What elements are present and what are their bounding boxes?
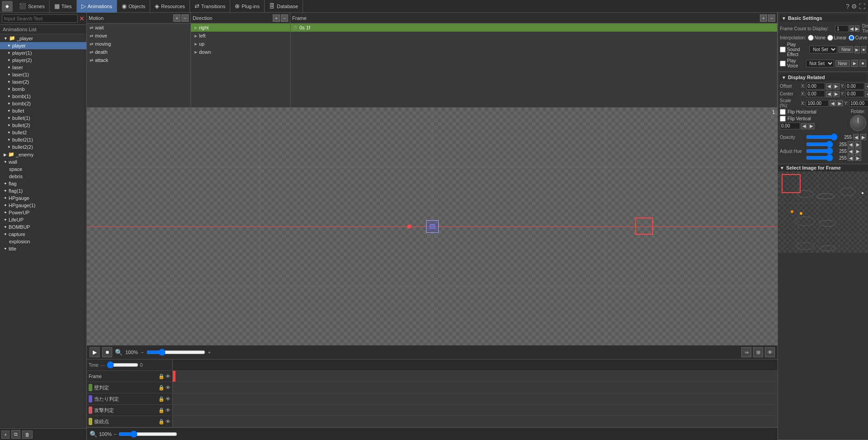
tree-item-bullet2-2[interactable]: ✦ bullet2(2): [0, 143, 86, 151]
direction-remove-button[interactable]: −: [281, 14, 288, 22]
timeline-time-track[interactable]: [173, 360, 778, 370]
offset-y-dec[interactable]: ◀: [865, 83, 868, 90]
play-voice-stop-button[interactable]: ■: [859, 60, 866, 67]
tree-item-flag[interactable]: ✦ flag: [0, 180, 86, 187]
center-y-input[interactable]: [845, 90, 864, 97]
hue-g-dec[interactable]: ◀: [848, 148, 854, 154]
bottom-zoom-slider[interactable]: [119, 431, 177, 438]
direction-item-left[interactable]: ➤ left: [191, 32, 290, 40]
direction-add-button[interactable]: +: [273, 14, 280, 22]
tree-item-player1[interactable]: ✦ player(1): [0, 49, 86, 57]
play-sound-dropdown[interactable]: Not Set: [809, 46, 837, 53]
hue-g-slider[interactable]: [806, 149, 833, 153]
tree-item-bullet1[interactable]: ✦ bullet(1): [0, 114, 86, 122]
tab-resources[interactable]: ◈ Resources: [150, 0, 190, 13]
attack-eye-icon[interactable]: 👁: [166, 407, 171, 413]
tree-item-player-folder[interactable]: ▼ 📁 _player: [0, 34, 86, 42]
tree-item-flag1[interactable]: ✦ flag(1): [0, 187, 86, 194]
tab-tiles[interactable]: ▦ Tiles: [50, 0, 77, 13]
time-slider[interactable]: [107, 361, 138, 369]
tree-item-enemy-folder[interactable]: ▶ 📁 _enemy: [0, 151, 86, 158]
flip-horizontal-checkbox[interactable]: [780, 109, 786, 115]
hue-b-slider[interactable]: [806, 156, 833, 160]
play-voice-dropdown[interactable]: Not Set: [806, 60, 834, 67]
frame-count-decrement[interactable]: ◀: [849, 25, 854, 32]
timeline-attack-track[interactable]: [173, 405, 778, 416]
connect-eye-icon[interactable]: 👁: [166, 419, 171, 425]
timeline-end-button[interactable]: ⇒: [741, 347, 751, 357]
tab-scenes[interactable]: ⬛ Scenes: [14, 0, 50, 13]
tree-item-explosion[interactable]: explosion: [0, 238, 86, 245]
tree-item-bomb1[interactable]: ✦ bomb(1): [0, 93, 86, 100]
frame-count-input[interactable]: [835, 25, 849, 32]
offset-x-input[interactable]: [806, 83, 825, 90]
tab-animations[interactable]: ▷ Animations: [77, 0, 117, 13]
motion-item-moving[interactable]: ⇄ moving: [87, 40, 190, 48]
direction-item-down[interactable]: ➤ down: [191, 48, 290, 56]
hue-r-dec[interactable]: ◀: [848, 141, 854, 147]
hue-b-inc[interactable]: ▶: [855, 155, 861, 161]
motion-item-wait[interactable]: ⇄ wait: [87, 24, 190, 32]
offset-x-inc[interactable]: ▶: [833, 83, 840, 90]
rotate-knob[interactable]: [850, 115, 866, 131]
tree-item-capture[interactable]: ✦ capture: [0, 231, 86, 238]
connect-lock-icon[interactable]: 🔒: [158, 419, 165, 425]
center-x-dec[interactable]: ◀: [826, 91, 832, 97]
hue-b-dec[interactable]: ◀: [848, 155, 854, 161]
duplicate-animation-button[interactable]: ⧉: [11, 430, 20, 439]
center-x-input[interactable]: [806, 90, 825, 97]
search-input[interactable]: [2, 14, 78, 23]
help-icon[interactable]: ?: [846, 3, 849, 10]
add-animation-button[interactable]: +: [1, 431, 9, 439]
flip-vertical-checkbox[interactable]: [780, 116, 786, 122]
play-sound-checkbox[interactable]: [780, 47, 786, 52]
timeline-connect-track[interactable]: [173, 416, 778, 427]
opacity-dec[interactable]: ◀: [853, 134, 859, 140]
direction-item-up[interactable]: ➤ up: [191, 40, 290, 48]
basic-settings-header[interactable]: ▼ Basic Settings: [780, 14, 866, 22]
frame-image-area[interactable]: [778, 171, 868, 253]
interp-curve[interactable]: Curve: [849, 35, 868, 41]
new-voice-button[interactable]: New: [835, 60, 850, 67]
offset-x-dec[interactable]: ◀: [826, 83, 832, 90]
play-voice-play-button[interactable]: ▶: [851, 60, 858, 67]
zoom-slider[interactable]: [147, 349, 205, 356]
center-y-dec[interactable]: ◀: [865, 91, 868, 97]
tree-item-player[interactable]: ✦ player: [0, 42, 86, 49]
direction-item-right[interactable]: ➤ right: [191, 24, 290, 32]
wall-eye-icon[interactable]: 👁: [166, 385, 171, 391]
motion-item-attack[interactable]: ⇄ attack: [87, 56, 190, 64]
play-voice-checkbox[interactable]: [780, 61, 786, 66]
tab-plugins[interactable]: ⊕ Plug-ins: [230, 0, 265, 13]
frame-add-button[interactable]: +: [760, 14, 767, 22]
tree-item-laser2[interactable]: ✦ laser(2): [0, 78, 86, 85]
play-sound-stop-button[interactable]: ■: [861, 46, 866, 53]
motion-item-move[interactable]: ⇄ move: [87, 32, 190, 40]
tree-item-powerup[interactable]: ✦ PowerUP: [0, 209, 86, 216]
interp-none[interactable]: None: [808, 35, 825, 41]
scale-x-dec[interactable]: ◀: [830, 100, 836, 106]
timeline-grid-button[interactable]: ⊞: [753, 347, 763, 357]
tree-item-title[interactable]: ✦ title: [0, 245, 86, 252]
tree-item-bomb[interactable]: ✦ bomb: [0, 85, 86, 93]
tree-item-laser1[interactable]: ✦ laser(1): [0, 71, 86, 78]
scale-x-input[interactable]: [806, 100, 829, 107]
expand-icon[interactable]: ⛶: [859, 3, 865, 10]
frame-eye-icon[interactable]: 👁: [166, 374, 171, 379]
delete-animation-button[interactable]: 🗑: [22, 431, 33, 439]
wall-lock-icon[interactable]: 🔒: [158, 385, 165, 391]
play-button[interactable]: ▶: [90, 347, 100, 357]
tree-item-lifeup[interactable]: ✦ LifeUP: [0, 216, 86, 223]
tree-item-bomb2[interactable]: ✦ bomb(2): [0, 100, 86, 107]
display-related-header[interactable]: ▼ Display Related: [780, 74, 866, 81]
tree-item-bullet[interactable]: ✦ bullet: [0, 107, 86, 114]
offset-y-input[interactable]: [845, 83, 864, 90]
tree-item-bullet2-base[interactable]: ✦ bullet2: [0, 129, 86, 136]
tree-item-bombup[interactable]: ✦ BOMBUP: [0, 223, 86, 231]
settings-icon[interactable]: ⚙: [851, 3, 857, 10]
timeline-wall-track[interactable]: [173, 382, 778, 393]
timeline-hit-track[interactable]: [173, 393, 778, 404]
center-x-inc[interactable]: ▶: [833, 91, 840, 97]
interp-linear[interactable]: Linear: [827, 35, 847, 41]
opacity-slider[interactable]: [806, 135, 838, 139]
